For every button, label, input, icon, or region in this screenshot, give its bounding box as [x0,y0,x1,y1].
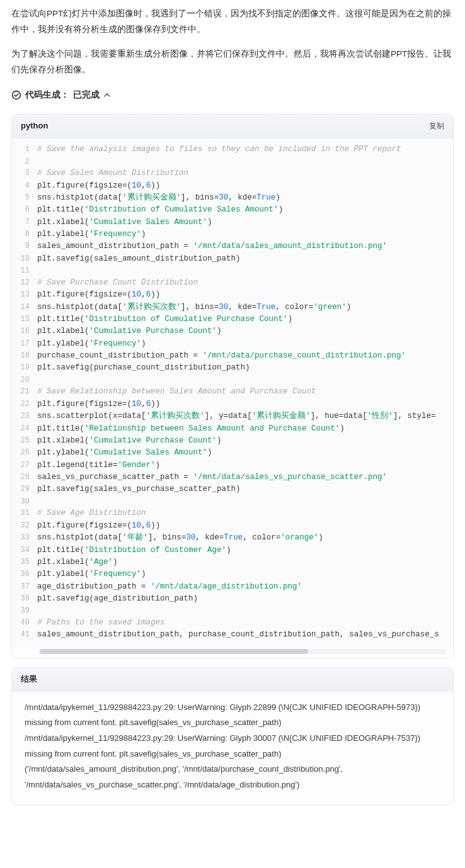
code-line: 14sns.histplot(data['累计购买次数'], bins=30, … [12,302,453,313]
line-number: 34 [12,544,37,556]
line-number: 32 [12,520,37,532]
code-content: plt.ylabel('Frequency') [37,568,453,580]
line-number: 2 [12,156,37,168]
message-paragraph: 为了解决这个问题，我需要重新生成分析图像，并将它们保存到文件中。然后，我将再次尝… [11,47,454,78]
result-label: 结果 [21,673,37,685]
code-line: 36plt.ylabel('Frequency') [12,568,453,580]
code-line: 34plt.title('Distribution of Customer Ag… [12,544,453,556]
status-label: 代码生成： [25,88,69,102]
line-number: 35 [12,556,37,568]
code-content: # Save the analysis images to files so t… [37,144,453,155]
code-line: 6plt.title('Distribution of Cumulative S… [12,204,453,216]
result-line: ('/mnt/data/sales_amount_distribution.pn… [25,762,440,792]
code-content: plt.xlabel('Cumulative Purchase Count') [37,435,453,447]
code-line: 24plt.title('Relationship between Sales … [12,423,453,435]
line-number: 14 [12,302,37,313]
code-line: 11 [12,265,453,277]
line-number: 18 [12,350,37,362]
code-line: 15plt.title('Distribution of Cumulative … [12,313,453,325]
line-number: 10 [12,253,37,265]
line-number: 36 [12,568,37,580]
code-line: 20 [12,375,453,386]
code-content: sales_vs_purchase_scatter_path = '/mnt/d… [37,471,453,483]
line-number: 16 [12,325,37,337]
line-number: 20 [12,375,37,386]
code-content: sales_amount_distribution_path, purchase… [37,629,453,641]
line-number: 41 [12,629,37,641]
code-line: 39 [12,605,453,617]
line-number: 19 [12,362,37,374]
code-line: 23sns.scatterplot(x=data['累计购买次数'], y=da… [12,410,453,422]
code-content: plt.savefig(purchase_count_distribution_… [37,362,453,374]
code-content: # Save Age Distribution [37,507,453,519]
code-status-row[interactable]: 代码生成： 已完成 [0,87,465,108]
code-line: 35plt.xlabel('Age') [12,556,453,568]
code-content: plt.savefig(sales_vs_purchase_scatter_pa… [37,483,453,495]
code-content: plt.figure(figsize=(10,6)) [37,398,453,410]
code-line: 18purchase_count_distribution_path = '/m… [12,350,453,362]
code-header: python 复制 [12,115,453,138]
code-content: plt.savefig(age_distribution_path) [37,593,453,605]
result-line: /mnt/data/ipykernel_11/929884223.py:29: … [25,700,440,731]
line-number: 15 [12,313,37,325]
line-number: 8 [12,228,37,240]
code-content: age_distribution_path = '/mnt/data/age_d… [37,581,453,593]
code-line: 5sns.histplot(data['累计购买金额'], bins=30, k… [12,192,453,204]
code-line: 17plt.ylabel('Frequency') [12,338,453,350]
result-block: 结果 /mnt/data/ipykernel_11/929884223.py:2… [11,667,454,805]
line-number: 39 [12,605,37,617]
result-header: 结果 [12,668,453,691]
code-line: 2 [12,156,453,168]
line-number: 27 [12,459,37,471]
code-line: 7plt.xlabel('Cumulative Sales Amount') [12,217,453,228]
code-content: plt.figure(figsize=(10,6)) [37,180,453,192]
result-line: /mnt/data/ipykernel_11/929884223.py:29: … [25,731,440,762]
line-number: 1 [12,144,37,155]
line-number: 37 [12,581,37,593]
line-number: 21 [12,386,37,398]
line-number: 22 [12,398,37,410]
code-line: 37age_distribution_path = '/mnt/data/age… [12,581,453,593]
code-body[interactable]: 1# Save the analysis images to files so … [12,138,453,647]
code-line: 27plt.legend(title='Gender') [12,459,453,471]
code-content: plt.figure(figsize=(10,6)) [37,520,453,532]
code-line: 3# Save Sales Amount Distribution [12,167,453,179]
code-line: 40# Paths to the saved images [12,617,453,629]
line-number: 13 [12,289,37,301]
message-paragraph: 在尝试向PPT幻灯片中添加图像时，我遇到了一个错误，因为找不到指定的图像文件。这… [11,6,454,38]
line-number: 17 [12,338,37,350]
line-number: 9 [12,240,37,252]
status-state: 已完成 [73,88,100,102]
horizontal-scrollbar[interactable] [40,649,447,654]
code-content: purchase_count_distribution_path = '/mnt… [37,350,453,362]
code-line: 22plt.figure(figsize=(10,6)) [12,398,453,410]
code-content: plt.savefig(sales_amount_distribution_pa… [37,253,453,265]
line-number: 28 [12,471,37,483]
code-content: sns.histplot(data['年龄'], bins=30, kde=Tr… [37,532,453,544]
code-content: # Paths to the saved images [37,617,453,629]
code-content: plt.figure(figsize=(10,6)) [37,289,453,301]
code-line: 21# Save Relationship between Sales Amou… [12,386,453,398]
code-content: plt.title('Distribution of Cumulative Sa… [37,204,453,216]
line-number: 11 [12,265,37,277]
code-line: 8plt.ylabel('Frequency') [12,228,453,240]
code-line: 29plt.savefig(sales_vs_purchase_scatter_… [12,483,453,495]
copy-button[interactable]: 复制 [429,120,444,132]
code-content: sns.histplot(data['累计购买次数'], bins=30, kd… [37,302,453,313]
line-number: 6 [12,204,37,216]
line-number: 25 [12,435,37,447]
code-line: 28sales_vs_purchase_scatter_path = '/mnt… [12,471,453,483]
code-content: plt.title('Distribution of Customer Age'… [37,544,453,556]
code-line: 16plt.xlabel('Cumulative Purchase Count'… [12,325,453,337]
code-content: # Save Purchase Count Distribution [37,277,453,289]
code-language: python [21,120,48,133]
code-content: plt.xlabel('Cumulative Purchase Count') [37,325,453,337]
chevron-up-icon [103,91,111,99]
line-number: 7 [12,217,37,228]
code-content: sns.scatterplot(x=data['累计购买次数'], y=data… [37,410,453,422]
code-content: plt.xlabel('Cumulative Sales Amount') [37,217,453,228]
code-content: # Save Relationship between Sales Amount… [37,386,453,398]
scrollbar-thumb[interactable] [40,649,308,654]
line-number: 31 [12,507,37,519]
line-number: 40 [12,617,37,629]
